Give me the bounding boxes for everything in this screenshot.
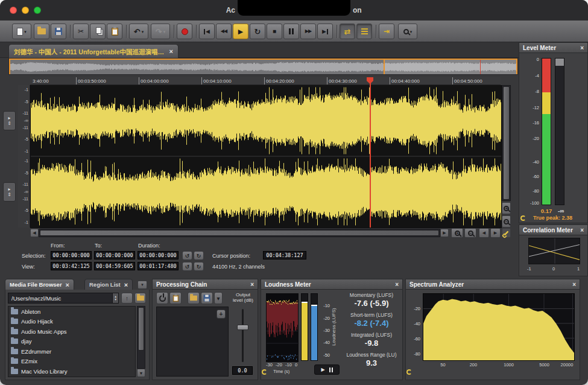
vertical-scrollbar[interactable] (502, 85, 511, 201)
cursor-position-value[interactable]: 00:04:38:127 (263, 251, 306, 259)
chain-save-button[interactable] (201, 292, 213, 304)
paste-button[interactable] (107, 24, 122, 39)
close-panel-icon[interactable]: × (391, 281, 399, 288)
browser-menu-button[interactable]: ▾ (138, 281, 147, 289)
loudness-play-button[interactable]: ▶ (321, 367, 324, 372)
path-combobox[interactable]: /Users/maczl/Music ▴ ▾ (8, 293, 119, 304)
forward-button[interactable]: ▶▶ (300, 24, 316, 39)
selection-undo-button[interactable]: ↺ (182, 251, 192, 260)
go-to-start-button[interactable]: ◀ (199, 24, 215, 39)
scrub-mode-button[interactable]: ⇄ (340, 24, 355, 39)
go-to-end-button[interactable]: ▶ (317, 24, 333, 39)
file-list-item[interactable]: Audio Music Apps (8, 326, 135, 337)
level-meter-header[interactable]: Level Meter × (519, 42, 588, 53)
channel-1-controls[interactable]: ▸ ⇕ (3, 111, 16, 130)
file-list-scroll-down-button[interactable]: ▼ (137, 369, 145, 377)
chain-open-button[interactable] (188, 292, 200, 304)
zoom-tool-button[interactable]: ▾ (398, 24, 417, 39)
file-list-item[interactable]: EZmix (8, 357, 135, 367)
file-list-scrollbar-thumb[interactable] (138, 307, 144, 351)
zoom-out-horizontal-button[interactable]: − (464, 228, 476, 238)
scroll-right-button[interactable]: ▶ (440, 229, 449, 237)
view-to-value[interactable]: 00:04:59:605 (94, 262, 135, 270)
close-panel-icon[interactable]: × (577, 227, 584, 234)
close-window-button[interactable] (10, 7, 17, 14)
close-tab-icon[interactable]: × (121, 281, 128, 288)
undo-button[interactable]: ↶▾ (129, 24, 148, 39)
waveform-canvas[interactable] (30, 85, 502, 228)
pause-button[interactable] (283, 24, 299, 39)
file-list-item[interactable]: Audio Hijack (8, 317, 135, 327)
view-from-value[interactable]: 00:03:42:125 (51, 262, 92, 270)
waveform-settings-button[interactable] (502, 228, 511, 238)
copy-button[interactable] (90, 24, 106, 39)
minimize-window-button[interactable] (22, 7, 29, 14)
file-list-item[interactable]: Ableton (8, 307, 135, 317)
tab-region-list[interactable]: Region List × (84, 279, 133, 290)
channel-2-controls[interactable]: ▸ ⇕ (3, 182, 16, 202)
zoom-out-vertical-button[interactable]: − (502, 215, 511, 228)
spectrum-analyzer-header[interactable]: Spectrum Analyzer × (405, 279, 580, 290)
stop-button[interactable]: ■ (267, 24, 282, 39)
view-undo-button[interactable]: ↺ (182, 262, 192, 271)
correlation-meter-header[interactable]: Correlation Meter × (519, 224, 588, 235)
chain-paste-button[interactable] (169, 292, 182, 304)
zoom-prev-button[interactable]: ◀ (479, 228, 489, 238)
maximize-window-button[interactable] (34, 7, 41, 14)
vertical-scrollbar-thumb[interactable] (503, 86, 510, 200)
peak-value-right[interactable]: -∞ (551, 208, 571, 214)
redo-button[interactable]: ↷▾ (151, 24, 170, 39)
scroll-left-button[interactable]: ◀ (30, 229, 39, 237)
tab-media-file-browser[interactable]: Media File Browser × (5, 279, 74, 290)
loudness-pause-button[interactable] (329, 368, 333, 372)
new-file-button[interactable]: ▾ (12, 24, 31, 39)
close-tab-icon[interactable]: × (166, 48, 173, 55)
view-redo-button[interactable]: ↻ (194, 262, 204, 271)
output-slider-track[interactable] (242, 309, 244, 362)
selection-duration-value[interactable]: 00:00:00:000 (138, 251, 179, 259)
browse-folder-button[interactable] (134, 293, 146, 304)
chain-power-button[interactable] (156, 292, 168, 304)
close-panel-icon[interactable]: × (247, 281, 254, 288)
horizontal-scrollbar-thumb[interactable] (40, 230, 439, 236)
selection-redo-button[interactable]: ↻ (194, 251, 204, 260)
close-panel-icon[interactable]: × (569, 281, 576, 288)
view-duration-value[interactable]: 00:01:17:480 (138, 262, 179, 270)
cut-button[interactable]: ✂ (73, 24, 89, 39)
file-list[interactable]: Ableton Audio Hijack Audio Music Apps dj… (8, 306, 136, 377)
play-button[interactable]: ▶ (233, 24, 248, 39)
loop-playback-button[interactable]: ↻ (250, 24, 265, 39)
output-slider-thumb[interactable] (237, 325, 248, 330)
overview-waveform[interactable] (8, 58, 518, 75)
processing-chain-header[interactable]: Processing Chain × (152, 279, 258, 290)
zoom-next-button[interactable]: ▶ (490, 228, 501, 238)
loudness-meter-header[interactable]: Loudness Meter × (261, 279, 403, 290)
path-stepper[interactable]: ▴ ▾ (112, 293, 118, 303)
levels-view-button[interactable] (356, 24, 372, 39)
selection-to-value[interactable]: 00:00:00:000 (94, 251, 135, 259)
import-button[interactable]: ⇥ (379, 24, 394, 39)
selection-from-value[interactable]: 00:00:00:000 (51, 251, 92, 259)
close-panel-icon[interactable]: × (577, 45, 584, 51)
zoom-in-horizontal-button[interactable]: + (451, 228, 463, 238)
record-button[interactable] (177, 24, 192, 39)
file-list-item[interactable]: EZdrummer (8, 346, 135, 357)
horizontal-scrollbar[interactable] (39, 229, 440, 237)
close-tab-icon[interactable]: × (62, 281, 69, 288)
document-tab[interactable]: 刘德华 - 中国人 - 2011 Unforgettable中国巡迴演唱会.mp… (8, 44, 179, 58)
zoom-in-vertical-button[interactable]: + (502, 202, 511, 214)
open-file-button[interactable] (34, 24, 49, 39)
add-effect-button[interactable]: + (217, 310, 226, 319)
timeline-ruler[interactable]: 3:40:0000:03:50:00000:04:00:00000:04:10:… (30, 77, 501, 85)
file-list-item[interactable]: djay (8, 337, 135, 347)
chain-slot-area[interactable]: + (156, 307, 229, 377)
save-button[interactable] (51, 24, 66, 39)
file-list-scrollbar[interactable] (137, 306, 145, 369)
output-level-value[interactable]: 0.0 (232, 366, 253, 375)
rewind-button[interactable]: ◀◀ (216, 24, 232, 39)
parent-folder-button[interactable]: ↑ (121, 293, 133, 304)
file-list-item[interactable]: Mac Video Library (8, 366, 135, 377)
playhead-line[interactable] (370, 77, 371, 228)
from-column-label: From: (51, 243, 65, 249)
chain-menu-button[interactable]: ▾ (214, 292, 223, 304)
